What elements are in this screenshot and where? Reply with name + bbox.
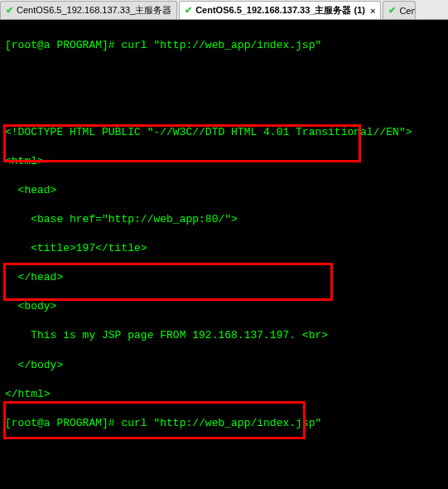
shell-prompt: [root@a PROGRAM]#	[5, 39, 121, 51]
blank-line	[5, 445, 443, 460]
shell-prompt: [root@a PROGRAM]#	[5, 417, 121, 429]
output-line: </body>	[5, 358, 443, 373]
output-line: This is my JSP page FROM 192.168.137.197…	[5, 328, 443, 343]
tab-label: CentOS6.5_192.168.137.33_主服务器	[17, 4, 171, 17]
tab-label: CentOS6.5_192.168.137.33_主服务器 (1)	[195, 4, 365, 17]
terminal-output[interactable]: [root@a PROGRAM]# curl "http://web_app/i…	[0, 20, 448, 489]
tab-inactive-1[interactable]: ✔ CentOS6.5_192.168.137.33_主服务器	[0, 1, 177, 19]
output-line: <head>	[5, 183, 443, 198]
command-text: curl "http://web_app/index.jsp"	[121, 39, 321, 51]
output-line: <!DOCTYPE HTML PUBLIC "-//W3C//DTD HTML …	[5, 125, 443, 140]
check-icon: ✔	[6, 5, 13, 16]
blank-line	[5, 474, 443, 489]
tab-bar: ✔ CentOS6.5_192.168.137.33_主服务器 ✔ CentOS…	[0, 0, 448, 20]
blank-line	[5, 96, 443, 111]
output-line: <title>197</title>	[5, 241, 443, 256]
tab-inactive-2[interactable]: ✔ CentOS	[383, 1, 416, 19]
command-text: curl "http://web_app/index.jsp"	[121, 417, 321, 429]
check-icon: ✔	[185, 5, 192, 16]
blank-line	[5, 67, 443, 82]
output-line: </head>	[5, 270, 443, 285]
check-icon: ✔	[388, 5, 396, 16]
output-line: <body>	[5, 299, 443, 314]
prompt-line: [root@a PROGRAM]# curl "http://web_app/i…	[5, 416, 443, 431]
tab-active[interactable]: ✔ CentOS6.5_192.168.137.33_主服务器 (1) ×	[179, 1, 381, 19]
tab-label: CentOS	[399, 6, 416, 16]
prompt-line: [root@a PROGRAM]# curl "http://web_app/i…	[5, 38, 443, 53]
close-icon[interactable]: ×	[370, 6, 375, 16]
output-line: <base href="http://web_app:80/">	[5, 212, 443, 227]
output-line: </html>	[5, 387, 443, 402]
output-line: <html>	[5, 154, 443, 169]
